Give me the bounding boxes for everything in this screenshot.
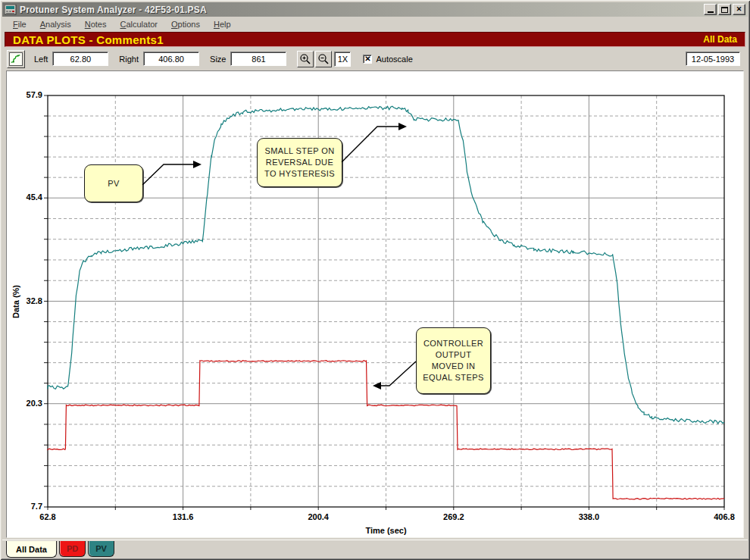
zoom-in-button[interactable] [297,51,314,67]
plot-area[interactable] [7,71,743,537]
app-window: Protuner System Analyzer - 42F53-01.PSA … [0,0,750,560]
menu-bar: FileAnalysisNotesCalculatorOptionsHelp [2,17,748,32]
magnifier-plus-icon [299,53,311,65]
tab-all-data[interactable]: All Data [6,541,57,558]
menu-item-analysis[interactable]: Analysis [33,18,78,31]
minimize-button[interactable] [704,4,717,15]
minimize-icon [708,11,714,13]
left-input[interactable] [52,52,108,66]
y-tick-label: 7.7 [7,502,42,511]
right-input[interactable] [143,52,199,66]
y-tick-label: 45.4 [7,192,42,202]
x-axis-title: Time (sec) [48,526,724,535]
window-title: Protuner System Analyzer - 42F53-01.PSA [20,5,704,15]
menu-item-help[interactable]: Help [207,18,238,31]
size-label: Size [210,55,226,64]
toolbar: Left Right Size 1X ✕ Autoscale [2,47,748,70]
title-bar[interactable]: Protuner System Analyzer - 42F53-01.PSA … [2,2,748,17]
annotation-controller: CONTROLLER OUTPUT MOVED IN EQUAL STEPS [416,327,491,394]
zoom-out-button[interactable] [315,51,332,67]
menu-item-notes[interactable]: Notes [78,18,114,31]
menu-item-file[interactable]: File [6,18,33,31]
autoscale-checkbox[interactable]: ✕ [363,55,372,64]
chart-panel: Data (%) Time (sec) PV SMALL STEP ON REV… [6,70,744,538]
y-tick-label: 57.9 [7,90,42,99]
magnifier-minus-icon [317,53,330,65]
annotation-pv: PV [84,164,143,202]
x-tick-label: 406.8 [702,512,747,521]
maximize-button[interactable] [718,4,731,15]
plot-curve-icon [9,52,23,66]
plot-button[interactable] [7,50,25,68]
annotation-hysteresis: SMALL STEP ON REVERSAL DUE TO HYSTERESIS [257,138,342,187]
zoom-1x-button[interactable]: 1X [334,52,351,67]
menu-item-options[interactable]: Options [164,18,207,31]
page-title: DATA PLOTS - Comments1 [13,33,164,46]
x-tick-label: 62.8 [25,512,70,521]
autoscale-label: Autoscale [376,55,412,64]
banner-right-label: All Data [703,34,737,45]
close-button[interactable]: ✕ [733,4,745,15]
date-input[interactable] [686,52,740,66]
banner: DATA PLOTS - Comments1 All Data [5,32,745,47]
y-tick-label: 32.8 [7,296,42,305]
tab-pd[interactable]: PD [59,541,86,557]
x-tick-label: 338.0 [566,512,611,521]
x-tick-label: 131.6 [161,512,206,521]
left-label: Left [34,55,48,64]
menu-item-calculator[interactable]: Calculator [113,18,164,31]
y-tick-label: 20.3 [7,399,42,408]
size-input[interactable] [230,52,286,66]
tab-pv[interactable]: PV [88,541,114,557]
app-icon [5,5,17,15]
maximize-icon [721,7,728,13]
x-tick-label: 200.4 [295,512,341,521]
right-label: Right [119,55,139,64]
tab-bar: All DataPDPV [2,540,748,558]
x-tick-label: 269.2 [431,512,477,521]
